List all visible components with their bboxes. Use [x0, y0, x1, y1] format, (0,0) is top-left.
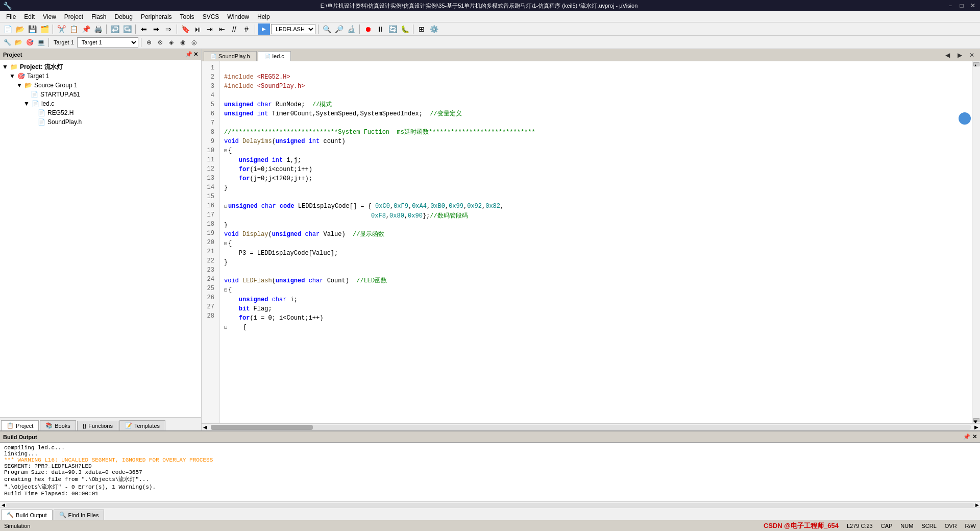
- close-button[interactable]: ✕: [969, 2, 977, 10]
- close-panel-icon[interactable]: ✕: [193, 51, 198, 58]
- scrl-indicator: SCRL: [921, 523, 936, 529]
- pin-icon[interactable]: 📌: [185, 51, 192, 58]
- editor-tab-ledc[interactable]: 📄 led.c: [258, 51, 291, 61]
- paste-button[interactable]: 📌: [80, 23, 91, 35]
- toolbar2-btn1[interactable]: ⊕: [144, 37, 154, 47]
- build-icon-button[interactable]: 🔧: [2, 37, 12, 47]
- code-line-19: ⊟{: [224, 240, 232, 247]
- build-scroll-right[interactable]: ▶: [974, 502, 980, 508]
- panel-header-icons: 📌 ✕: [185, 51, 198, 58]
- copy-button[interactable]: 📋: [68, 23, 79, 35]
- step-button[interactable]: ⏯: [192, 23, 203, 35]
- code-line-25: unsigned char i;: [224, 296, 298, 303]
- cut-button[interactable]: ✂️: [56, 23, 67, 35]
- tree-item-target[interactable]: ▼ 🎯 Target 1: [0, 71, 201, 81]
- toolbar2-btn2[interactable]: ⊗: [155, 37, 165, 47]
- tab-functions[interactable]: {} Functions: [77, 421, 118, 430]
- target2-select[interactable]: Target 1: [77, 37, 138, 47]
- tree-item-startup[interactable]: 📄 STARTUP.A51: [0, 90, 201, 99]
- build-scroll-track[interactable]: [6, 503, 974, 507]
- menu-file[interactable]: File: [2, 12, 20, 21]
- code-content[interactable]: #include <REG52.H> #include <SoundPlay.h…: [220, 61, 972, 423]
- build-target-button[interactable]: ▶: [258, 23, 270, 35]
- project-tree: ▼ 📁 Project: 流水灯 ▼ 🎯 Target 1 ▼ 📂 Source…: [0, 60, 201, 417]
- window-config-button[interactable]: ⊞: [416, 23, 427, 35]
- menu-window[interactable]: Window: [223, 12, 253, 21]
- build-scroll-left[interactable]: ◀: [0, 502, 6, 508]
- open-button[interactable]: 📂: [14, 23, 26, 35]
- target-opts-button[interactable]: 🎯: [24, 37, 35, 47]
- menu-tools[interactable]: Tools: [176, 12, 199, 21]
- tab-books[interactable]: 📚 Books: [40, 420, 76, 430]
- tree-item-project[interactable]: ▼ 📁 Project: 流水灯: [0, 62, 201, 71]
- build-h-scrollbar[interactable]: ◀ ▶: [0, 501, 980, 508]
- code-line-5: unsigned int Timer0Count,SystemSpeed,Sys…: [224, 110, 462, 117]
- outdent-button[interactable]: ⇤: [216, 23, 228, 35]
- undo-button[interactable]: ↩️: [109, 23, 120, 35]
- line-8: 8: [202, 128, 216, 137]
- save-all-button[interactable]: 🗂️: [39, 23, 50, 35]
- scroll-left-button[interactable]: ◀: [942, 50, 952, 60]
- toolbar2-btn5[interactable]: ◎: [189, 37, 199, 47]
- h-scroll-left[interactable]: ◀: [202, 424, 209, 430]
- search-button[interactable]: 🔎: [333, 23, 345, 35]
- ovr-indicator: OVR: [945, 523, 957, 529]
- redo-button[interactable]: ↪️: [121, 23, 133, 35]
- scroll-down-button[interactable]: ▼: [973, 418, 979, 422]
- reset-button[interactable]: 🔄: [387, 23, 398, 35]
- comment-button[interactable]: //: [229, 23, 240, 35]
- zoom-button[interactable]: 🔬: [346, 23, 357, 35]
- bottom-tab-build[interactable]: 🔨 Build Output: [1, 510, 53, 520]
- settings-button[interactable]: ⚙️: [428, 23, 439, 35]
- build-pin-icon[interactable]: 📌: [963, 433, 970, 440]
- menu-view[interactable]: View: [39, 12, 60, 21]
- bottom-tabs: 🔨 Build Output 🔍 Find In Files: [0, 508, 980, 520]
- open2-button[interactable]: 📂: [13, 37, 23, 47]
- horizontal-scrollbar[interactable]: ◀ ▶: [202, 423, 980, 430]
- toolbar2-btn4[interactable]: ◉: [178, 37, 188, 47]
- find-button[interactable]: 🔍: [321, 23, 332, 35]
- indent-button[interactable]: ⇥: [204, 23, 215, 35]
- run-button[interactable]: ⏺: [362, 23, 374, 35]
- books-tab-label: Books: [55, 423, 70, 429]
- tree-item-ledc[interactable]: ▼ 📄 led.c: [0, 99, 201, 108]
- tree-item-reg52[interactable]: 📄 REG52.H: [0, 108, 201, 117]
- tab-project[interactable]: 📋 Project: [1, 420, 39, 430]
- stop-button[interactable]: ⏸: [375, 23, 386, 35]
- uncomment-button[interactable]: #: [241, 23, 252, 35]
- nav-back-button[interactable]: ⬅: [138, 23, 150, 35]
- tree-item-sourcegroup[interactable]: ▼ 📂 Source Group 1: [0, 81, 201, 90]
- sep-9: [48, 38, 49, 47]
- menu-edit[interactable]: Edit: [20, 12, 39, 21]
- target-select[interactable]: LEDFLASH: [271, 24, 315, 34]
- h-scroll-right[interactable]: ▶: [973, 424, 980, 430]
- save-button[interactable]: 💾: [27, 23, 38, 35]
- nav-forward-button[interactable]: ➡: [151, 23, 162, 35]
- print-button[interactable]: 🖨️: [92, 23, 104, 35]
- tab-templates[interactable]: 📝 Templates: [119, 420, 165, 430]
- debug-button[interactable]: 🐛: [399, 23, 410, 35]
- menu-help[interactable]: Help: [253, 12, 274, 21]
- bookmark-button[interactable]: 🔖: [180, 23, 191, 35]
- h-scroll-thumb[interactable]: [211, 425, 313, 430]
- toolbar2-btn3[interactable]: ◈: [166, 37, 177, 47]
- new-file-button[interactable]: 📄: [2, 23, 13, 35]
- menu-project[interactable]: Project: [60, 12, 87, 21]
- tree-item-soundplay[interactable]: 📄 SoundPlay.h: [0, 117, 201, 127]
- scroll-up-button[interactable]: ▲: [973, 62, 979, 66]
- nav-extra-button[interactable]: ⇒: [163, 23, 174, 35]
- build-close-icon[interactable]: ✕: [972, 433, 977, 440]
- device-button[interactable]: 💻: [36, 37, 46, 47]
- menu-debug[interactable]: Debug: [111, 12, 137, 21]
- scroll-right-button[interactable]: ▶: [954, 50, 965, 60]
- menu-svcs[interactable]: SVCS: [199, 12, 224, 21]
- h-scroll-track[interactable]: [211, 425, 971, 430]
- scroll-track[interactable]: [973, 66, 979, 418]
- minimize-button[interactable]: －: [946, 2, 954, 10]
- editor-tab-soundplay[interactable]: 📄 SoundPlay.h: [204, 51, 257, 61]
- maximize-button[interactable]: □: [958, 2, 966, 10]
- menu-flash[interactable]: Flash: [87, 12, 110, 21]
- menu-peripherals[interactable]: Peripherals: [137, 12, 176, 21]
- close-editor-button[interactable]: ✕: [967, 50, 977, 60]
- bottom-tab-findinfiles[interactable]: 🔍 Find In Files: [54, 510, 105, 520]
